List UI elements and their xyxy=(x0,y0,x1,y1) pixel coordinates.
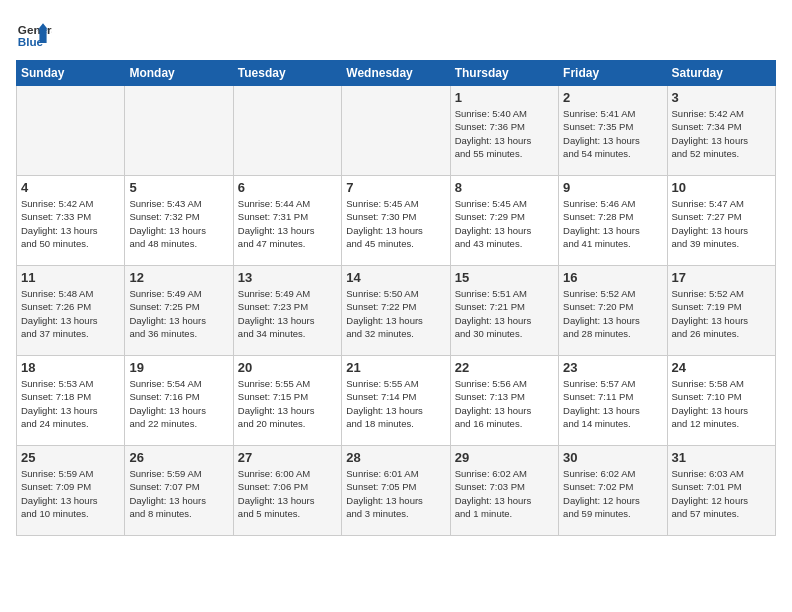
day-number: 29 xyxy=(455,450,554,465)
calendar-week-row: 11Sunrise: 5:48 AM Sunset: 7:26 PM Dayli… xyxy=(17,266,776,356)
calendar-cell: 9Sunrise: 5:46 AM Sunset: 7:28 PM Daylig… xyxy=(559,176,667,266)
day-info: Sunrise: 5:45 AM Sunset: 7:30 PM Dayligh… xyxy=(346,197,445,250)
calendar-cell: 24Sunrise: 5:58 AM Sunset: 7:10 PM Dayli… xyxy=(667,356,775,446)
day-info: Sunrise: 5:58 AM Sunset: 7:10 PM Dayligh… xyxy=(672,377,771,430)
day-info: Sunrise: 5:47 AM Sunset: 7:27 PM Dayligh… xyxy=(672,197,771,250)
calendar-cell: 30Sunrise: 6:02 AM Sunset: 7:02 PM Dayli… xyxy=(559,446,667,536)
day-number: 7 xyxy=(346,180,445,195)
calendar-cell: 22Sunrise: 5:56 AM Sunset: 7:13 PM Dayli… xyxy=(450,356,558,446)
day-number: 26 xyxy=(129,450,228,465)
day-number: 18 xyxy=(21,360,120,375)
day-header-sunday: Sunday xyxy=(17,61,125,86)
day-info: Sunrise: 5:54 AM Sunset: 7:16 PM Dayligh… xyxy=(129,377,228,430)
day-number: 1 xyxy=(455,90,554,105)
calendar-cell: 20Sunrise: 5:55 AM Sunset: 7:15 PM Dayli… xyxy=(233,356,341,446)
calendar-cell: 4Sunrise: 5:42 AM Sunset: 7:33 PM Daylig… xyxy=(17,176,125,266)
calendar-cell: 19Sunrise: 5:54 AM Sunset: 7:16 PM Dayli… xyxy=(125,356,233,446)
day-info: Sunrise: 5:40 AM Sunset: 7:36 PM Dayligh… xyxy=(455,107,554,160)
day-info: Sunrise: 5:49 AM Sunset: 7:23 PM Dayligh… xyxy=(238,287,337,340)
calendar-cell: 31Sunrise: 6:03 AM Sunset: 7:01 PM Dayli… xyxy=(667,446,775,536)
day-info: Sunrise: 6:03 AM Sunset: 7:01 PM Dayligh… xyxy=(672,467,771,520)
day-number: 28 xyxy=(346,450,445,465)
day-number: 23 xyxy=(563,360,662,375)
day-header-monday: Monday xyxy=(125,61,233,86)
calendar-cell: 1Sunrise: 5:40 AM Sunset: 7:36 PM Daylig… xyxy=(450,86,558,176)
day-number: 8 xyxy=(455,180,554,195)
calendar-cell: 15Sunrise: 5:51 AM Sunset: 7:21 PM Dayli… xyxy=(450,266,558,356)
calendar-cell: 23Sunrise: 5:57 AM Sunset: 7:11 PM Dayli… xyxy=(559,356,667,446)
calendar-cell: 8Sunrise: 5:45 AM Sunset: 7:29 PM Daylig… xyxy=(450,176,558,266)
day-info: Sunrise: 6:02 AM Sunset: 7:02 PM Dayligh… xyxy=(563,467,662,520)
day-info: Sunrise: 5:55 AM Sunset: 7:14 PM Dayligh… xyxy=(346,377,445,430)
page-header: General Blue xyxy=(16,16,776,52)
logo: General Blue xyxy=(16,16,52,52)
calendar-cell: 6Sunrise: 5:44 AM Sunset: 7:31 PM Daylig… xyxy=(233,176,341,266)
day-info: Sunrise: 5:48 AM Sunset: 7:26 PM Dayligh… xyxy=(21,287,120,340)
day-info: Sunrise: 5:49 AM Sunset: 7:25 PM Dayligh… xyxy=(129,287,228,340)
calendar-cell: 29Sunrise: 6:02 AM Sunset: 7:03 PM Dayli… xyxy=(450,446,558,536)
calendar-cell: 11Sunrise: 5:48 AM Sunset: 7:26 PM Dayli… xyxy=(17,266,125,356)
day-header-friday: Friday xyxy=(559,61,667,86)
day-number: 16 xyxy=(563,270,662,285)
day-number: 21 xyxy=(346,360,445,375)
calendar-cell xyxy=(125,86,233,176)
day-info: Sunrise: 5:46 AM Sunset: 7:28 PM Dayligh… xyxy=(563,197,662,250)
day-header-saturday: Saturday xyxy=(667,61,775,86)
day-info: Sunrise: 5:50 AM Sunset: 7:22 PM Dayligh… xyxy=(346,287,445,340)
calendar-cell: 12Sunrise: 5:49 AM Sunset: 7:25 PM Dayli… xyxy=(125,266,233,356)
calendar-week-row: 18Sunrise: 5:53 AM Sunset: 7:18 PM Dayli… xyxy=(17,356,776,446)
calendar-week-row: 25Sunrise: 5:59 AM Sunset: 7:09 PM Dayli… xyxy=(17,446,776,536)
calendar-week-row: 1Sunrise: 5:40 AM Sunset: 7:36 PM Daylig… xyxy=(17,86,776,176)
calendar-table: SundayMondayTuesdayWednesdayThursdayFrid… xyxy=(16,60,776,536)
day-number: 4 xyxy=(21,180,120,195)
day-info: Sunrise: 5:59 AM Sunset: 7:07 PM Dayligh… xyxy=(129,467,228,520)
day-number: 27 xyxy=(238,450,337,465)
day-number: 25 xyxy=(21,450,120,465)
day-header-thursday: Thursday xyxy=(450,61,558,86)
calendar-header: SundayMondayTuesdayWednesdayThursdayFrid… xyxy=(17,61,776,86)
day-info: Sunrise: 5:52 AM Sunset: 7:20 PM Dayligh… xyxy=(563,287,662,340)
calendar-cell: 5Sunrise: 5:43 AM Sunset: 7:32 PM Daylig… xyxy=(125,176,233,266)
day-info: Sunrise: 5:42 AM Sunset: 7:33 PM Dayligh… xyxy=(21,197,120,250)
calendar-cell: 7Sunrise: 5:45 AM Sunset: 7:30 PM Daylig… xyxy=(342,176,450,266)
calendar-cell: 16Sunrise: 5:52 AM Sunset: 7:20 PM Dayli… xyxy=(559,266,667,356)
day-header-wednesday: Wednesday xyxy=(342,61,450,86)
day-number: 3 xyxy=(672,90,771,105)
day-info: Sunrise: 5:41 AM Sunset: 7:35 PM Dayligh… xyxy=(563,107,662,160)
day-info: Sunrise: 5:44 AM Sunset: 7:31 PM Dayligh… xyxy=(238,197,337,250)
day-info: Sunrise: 5:45 AM Sunset: 7:29 PM Dayligh… xyxy=(455,197,554,250)
day-number: 5 xyxy=(129,180,228,195)
day-number: 13 xyxy=(238,270,337,285)
day-info: Sunrise: 5:43 AM Sunset: 7:32 PM Dayligh… xyxy=(129,197,228,250)
calendar-body: 1Sunrise: 5:40 AM Sunset: 7:36 PM Daylig… xyxy=(17,86,776,536)
calendar-cell: 14Sunrise: 5:50 AM Sunset: 7:22 PM Dayli… xyxy=(342,266,450,356)
day-number: 17 xyxy=(672,270,771,285)
calendar-cell: 28Sunrise: 6:01 AM Sunset: 7:05 PM Dayli… xyxy=(342,446,450,536)
calendar-cell xyxy=(342,86,450,176)
day-number: 30 xyxy=(563,450,662,465)
day-number: 2 xyxy=(563,90,662,105)
day-info: Sunrise: 5:59 AM Sunset: 7:09 PM Dayligh… xyxy=(21,467,120,520)
calendar-cell: 27Sunrise: 6:00 AM Sunset: 7:06 PM Dayli… xyxy=(233,446,341,536)
day-info: Sunrise: 5:51 AM Sunset: 7:21 PM Dayligh… xyxy=(455,287,554,340)
day-number: 20 xyxy=(238,360,337,375)
day-header-row: SundayMondayTuesdayWednesdayThursdayFrid… xyxy=(17,61,776,86)
day-info: Sunrise: 6:00 AM Sunset: 7:06 PM Dayligh… xyxy=(238,467,337,520)
calendar-cell xyxy=(233,86,341,176)
day-info: Sunrise: 6:01 AM Sunset: 7:05 PM Dayligh… xyxy=(346,467,445,520)
day-info: Sunrise: 5:52 AM Sunset: 7:19 PM Dayligh… xyxy=(672,287,771,340)
day-number: 12 xyxy=(129,270,228,285)
calendar-week-row: 4Sunrise: 5:42 AM Sunset: 7:33 PM Daylig… xyxy=(17,176,776,266)
calendar-cell: 26Sunrise: 5:59 AM Sunset: 7:07 PM Dayli… xyxy=(125,446,233,536)
calendar-cell: 13Sunrise: 5:49 AM Sunset: 7:23 PM Dayli… xyxy=(233,266,341,356)
day-number: 10 xyxy=(672,180,771,195)
calendar-cell: 21Sunrise: 5:55 AM Sunset: 7:14 PM Dayli… xyxy=(342,356,450,446)
day-info: Sunrise: 5:56 AM Sunset: 7:13 PM Dayligh… xyxy=(455,377,554,430)
day-info: Sunrise: 5:57 AM Sunset: 7:11 PM Dayligh… xyxy=(563,377,662,430)
day-number: 19 xyxy=(129,360,228,375)
day-info: Sunrise: 5:42 AM Sunset: 7:34 PM Dayligh… xyxy=(672,107,771,160)
calendar-cell: 2Sunrise: 5:41 AM Sunset: 7:35 PM Daylig… xyxy=(559,86,667,176)
day-info: Sunrise: 6:02 AM Sunset: 7:03 PM Dayligh… xyxy=(455,467,554,520)
logo-icon: General Blue xyxy=(16,16,52,52)
day-number: 6 xyxy=(238,180,337,195)
